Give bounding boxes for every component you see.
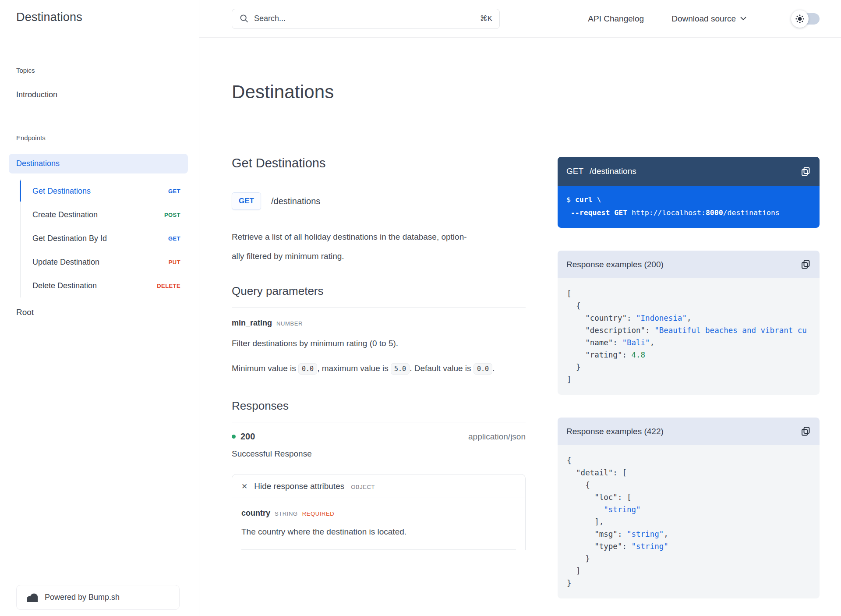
status-dot-icon — [232, 435, 236, 439]
sidebar-item-destinations[interactable]: Destinations — [9, 154, 188, 173]
topics-section-label: Topics — [16, 67, 187, 74]
parameter-description: Filter destinations by minimum rating (0… — [232, 334, 526, 353]
request-method: GET — [566, 166, 583, 176]
attribute-row: country STRING REQUIRED The country wher… — [232, 498, 525, 550]
search-icon — [240, 14, 249, 23]
response-422-title: Response examples (422) — [566, 427, 664, 436]
attribute-required-badge: REQUIRED — [302, 510, 334, 517]
responses-heading: Responses — [232, 399, 526, 413]
response-422-example-card: Response examples (422) { "detail": [ { … — [558, 418, 820, 598]
search-placeholder: Search... — [254, 14, 286, 23]
method-badge-get: GET — [168, 188, 180, 195]
doc-article: Destinations Get Destinations GET /desti… — [232, 38, 526, 550]
response-200-code-block: [ { "country": "Indonesia", "description… — [558, 278, 820, 395]
main-area: Search... ⌘K API Changelog Download sour… — [199, 0, 841, 616]
attribute-header: country STRING REQUIRED — [241, 509, 516, 518]
status-code: 200 — [240, 432, 255, 442]
search-shortcut: ⌘K — [480, 14, 492, 23]
request-line: GET/destinations — [566, 166, 636, 176]
attribute-name: country — [241, 509, 270, 518]
method-badge-put: PUT — [169, 259, 180, 266]
copy-icon[interactable] — [801, 426, 811, 436]
endpoints-section-label: Endpoints — [16, 134, 187, 142]
topbar-links: API Changelog Download source — [588, 13, 820, 25]
api-changelog-link[interactable]: API Changelog — [588, 14, 644, 24]
sidebar-item-get-destinations[interactable]: Get Destinations GET — [21, 179, 187, 203]
theme-toggle[interactable] — [792, 13, 820, 25]
operations-list: Get Destinations GET Create Destination … — [20, 179, 187, 297]
app-title: Destinations — [16, 11, 187, 24]
download-source-label: Download source — [671, 14, 736, 24]
operation-label: Get Destinations — [32, 187, 91, 196]
request-path: /destinations — [590, 166, 636, 176]
request-example-header: GET/destinations — [558, 157, 820, 186]
divider — [232, 422, 526, 422]
max-value-chip: 5.0 — [391, 363, 410, 375]
bump-logo-icon — [26, 593, 38, 602]
response-content-type: application/json — [468, 432, 526, 442]
attributes-kind: OBJECT — [351, 484, 375, 490]
response-200-example-card: Response examples (200) [ { "country": "… — [558, 251, 820, 395]
download-source-menu[interactable]: Download source — [671, 14, 746, 24]
response-attributes-box: ✕ Hide response attributes OBJECT countr… — [232, 474, 526, 550]
attribute-type: STRING — [275, 510, 298, 517]
powered-by-label: Powered by Bump.sh — [45, 593, 120, 602]
operation-label: Update Destination — [32, 258, 99, 267]
divider — [241, 549, 516, 550]
response-status-row: 200 application/json — [232, 432, 526, 442]
parameter-type: NUMBER — [276, 320, 303, 327]
sun-icon — [791, 10, 809, 28]
method-badge-delete: DELETE — [157, 283, 180, 289]
method-badge-get: GET — [168, 235, 180, 242]
method-badge-post: POST — [164, 212, 180, 218]
default-value-chip: 0.0 — [474, 363, 492, 375]
divider — [232, 307, 526, 308]
response-422-example-header: Response examples (422) — [558, 418, 820, 445]
response-description: Successful Response — [232, 449, 526, 459]
operation-description: Retrieve a list of all holiday destinati… — [232, 227, 526, 266]
query-parameters-heading: Query parameters — [232, 284, 526, 298]
attributes-toggle-label: Hide response attributes — [254, 481, 344, 491]
chevron-down-icon — [740, 17, 746, 21]
curl-code-block: $ curl \ --request GET http://localhost:… — [558, 186, 820, 228]
operation-label: Get Destination By Id — [32, 234, 107, 243]
sidebar-item-update-destination[interactable]: Update Destination PUT — [21, 250, 187, 274]
search-input[interactable]: Search... ⌘K — [232, 9, 500, 29]
response-200-title: Response examples (200) — [566, 260, 664, 269]
endpoint-row: GET /destinations — [232, 192, 526, 210]
sidebar-item-delete-destination[interactable]: Delete Destination DELETE — [21, 274, 187, 297]
sidebar-item-create-destination[interactable]: Create Destination POST — [21, 203, 187, 227]
parameter-name: min_rating — [232, 319, 272, 328]
parameter-constraints: Minimum value is 0.0, maximum value is 5… — [232, 359, 526, 379]
response-422-code-block: { "detail": [ { "loc": [ "string" ], "ms… — [558, 445, 820, 598]
operation-label: Delete Destination — [32, 281, 97, 290]
parameter-header: min_rating NUMBER — [232, 319, 526, 328]
attribute-description: The country where the destination is loc… — [241, 527, 516, 537]
content: Destinations Get Destinations GET /desti… — [199, 38, 841, 598]
method-chip-get: GET — [232, 192, 261, 210]
sidebar-item-get-destination-by-id[interactable]: Get Destination By Id GET — [21, 227, 187, 250]
copy-icon[interactable] — [801, 166, 811, 177]
close-icon: ✕ — [241, 482, 247, 491]
page-heading: Destinations — [232, 81, 526, 103]
topbar: Search... ⌘K API Changelog Download sour… — [199, 0, 841, 38]
operation-heading: Get Destinations — [232, 156, 526, 170]
sidebar-item-introduction[interactable]: Introduction — [16, 90, 187, 99]
sidebar-item-root[interactable]: Root — [16, 308, 187, 317]
endpoint-path: /destinations — [271, 196, 320, 206]
operation-label: Create Destination — [32, 210, 98, 219]
examples-panel: GET/destinations $ curl \ --request GET … — [558, 157, 820, 598]
hide-response-attributes-toggle[interactable]: ✕ Hide response attributes OBJECT — [232, 474, 525, 498]
app-root: Destinations Topics Introduction Endpoin… — [0, 0, 841, 616]
copy-icon[interactable] — [801, 259, 811, 269]
request-example-card: GET/destinations $ curl \ --request GET … — [558, 157, 820, 228]
powered-by-bump-button[interactable]: Powered by Bump.sh — [16, 585, 180, 610]
sidebar: Destinations Topics Introduction Endpoin… — [0, 0, 199, 616]
min-value-chip: 0.0 — [298, 363, 317, 375]
response-200-example-header: Response examples (200) — [558, 251, 820, 278]
